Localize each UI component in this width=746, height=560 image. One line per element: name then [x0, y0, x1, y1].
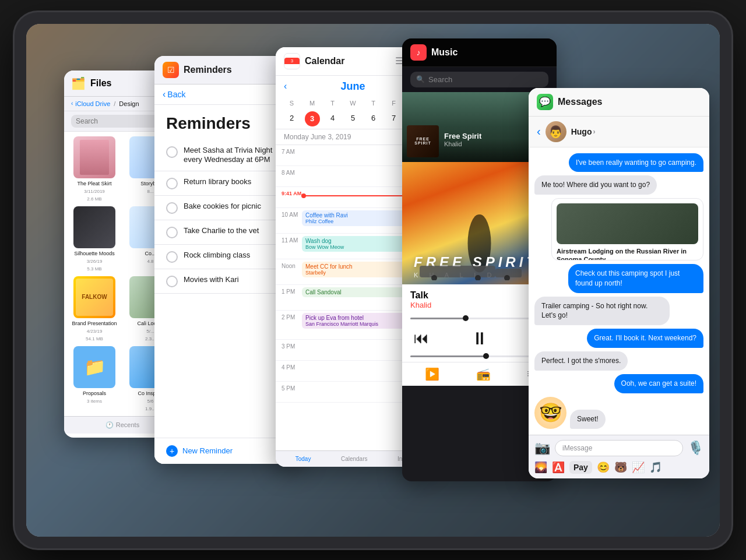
reminder-checkbox[interactable] [166, 178, 178, 189]
file-item[interactable]: Silhouette Moods 3/26/19 5.3 MB [69, 206, 120, 272]
recents-icon: 🕐 [105, 421, 114, 429]
file-thumbnail: 📁 [73, 346, 115, 388]
calendar-tab-calendars[interactable]: Calendars [341, 456, 368, 462]
file-meta: 8... [147, 189, 153, 194]
messages-app-icon: 💬 [537, 94, 553, 110]
calendar-date[interactable]: 7 [383, 111, 404, 126]
files-app-title: Files [90, 78, 111, 89]
music-header: ♪ Music [402, 38, 557, 67]
ipad-screen: 🗂️ Files ‹ iCloud Drive / Design [26, 24, 720, 537]
messages-contact-header: ‹ 👨 Hugo › [529, 117, 709, 147]
calendar-tab-today[interactable]: Today [295, 456, 311, 462]
file-meta: 3/26/19 [87, 259, 103, 264]
file-size: 5.3 MB [87, 266, 101, 272]
music-mini-track-artist: Khalid [444, 140, 481, 147]
reminder-text: Movies with Kari [184, 275, 239, 285]
music-app-title: Music [431, 47, 458, 58]
music-volume-thumb [483, 353, 489, 359]
reminders-app-title: Reminders [184, 65, 232, 75]
music-progress-thumb [463, 315, 469, 321]
reminder-checkbox[interactable] [166, 251, 178, 263]
trending-button[interactable]: 📈 [632, 461, 645, 474]
file-meta: 3/11/2019 [84, 189, 105, 194]
message-bubble-sent-3: Great. I'll book it. Next weekend? [587, 329, 703, 348]
ipad-frame: 🗂️ Files ‹ iCloud Drive / Design [15, 12, 731, 548]
calendar-prev-month[interactable]: ‹ [284, 81, 287, 91]
music-mini-album: FREESPIRIT [407, 125, 439, 157]
album-van-image [414, 257, 530, 281]
music-messages-button[interactable]: 🎵 [649, 461, 662, 474]
file-name: The Pleat Skirt [77, 181, 111, 186]
music-track-name: Talk [410, 290, 431, 301]
calendar-date[interactable]: 5 [343, 111, 363, 126]
music-volume-bar[interactable] [410, 355, 548, 357]
file-item[interactable]: The Pleat Skirt 3/11/2019 2.6 MB [69, 136, 120, 202]
message-bubble-sent-1: I've been really wanting to go camping. [569, 153, 703, 172]
music-tab-nowplaying[interactable]: ▶️ [425, 367, 439, 381]
file-item[interactable]: FALKOW Brand Presentation 4/23/19 54.1 M… [69, 276, 120, 341]
messages-input-row: 📷 iMessage 🎙️ [534, 440, 703, 456]
music-mini-track-name: Free Spirit [444, 132, 481, 140]
file-meta: 4.8 [147, 259, 153, 264]
file-meta: 5/... [146, 329, 154, 334]
messages-input-bar: 📷 iMessage 🎙️ 🌄 🅰️ Pay 😊 🐻 📈 🎵 [529, 435, 709, 478]
current-time-dot [301, 193, 306, 198]
reminder-checkbox[interactable] [166, 202, 178, 214]
photos-app-button[interactable]: 🌄 [534, 461, 547, 474]
file-meta: 4/23/19 [87, 329, 103, 334]
new-reminder-button[interactable]: New Reminder [182, 446, 233, 455]
music-track-artist: Khalid [410, 301, 431, 309]
messages-apps-row: 🌄 🅰️ Pay 😊 🐻 📈 🎵 [534, 461, 703, 474]
messages-input-field[interactable]: iMessage [555, 440, 683, 456]
reminder-text: Bake cookies for picnic [184, 202, 261, 212]
reminder-checkbox[interactable] [166, 276, 178, 287]
appstore-app-button[interactable]: 🅰️ [552, 461, 565, 474]
calendar-date-today[interactable]: 3 [302, 111, 322, 126]
file-item[interactable]: 📁 Proposals 3 items [69, 346, 120, 411]
music-track-details: Talk Khalid [410, 290, 431, 309]
microphone-input-icon[interactable]: 🎙️ [688, 441, 703, 456]
memoji-button[interactable]: 😊 [597, 461, 610, 474]
messages-app-card[interactable]: 💬 Messages ‹ 👨 Hugo › I've been really w… [529, 88, 709, 478]
messages-contact-name: Hugo › [571, 127, 596, 136]
messages-avatar: 👨 [546, 121, 566, 142]
music-pause-button[interactable]: ⏸ [471, 329, 488, 348]
memoji-sticker: 🤓 [534, 397, 566, 429]
files-icon: 🗂️ [71, 76, 86, 90]
camera-input-icon[interactable]: 📷 [534, 441, 550, 456]
calendar-date[interactable]: 4 [322, 111, 343, 126]
message-bubble-sweet: Sweet! [570, 410, 606, 429]
message-bubble-sent-2: Check out this camping spot I just found… [568, 264, 703, 293]
reminder-text: Rock climbing class [184, 251, 250, 260]
file-thumbnail: FALKOW [73, 276, 115, 318]
messages-header: 💬 Messages [529, 88, 709, 117]
music-tab-radio[interactable]: 📻 [476, 367, 491, 381]
calendar-date[interactable]: 6 [363, 111, 383, 126]
new-reminder-plus-icon[interactable]: + [166, 445, 178, 457]
animoji-button[interactable]: 🐻 [614, 461, 627, 474]
svg-rect-0 [420, 266, 495, 277]
reminder-checkbox[interactable] [166, 146, 178, 158]
applepay-button[interactable]: Pay [569, 461, 592, 474]
calendar-app-icon: 3 [284, 53, 300, 69]
file-name: Proposals [83, 390, 106, 396]
reminder-text: Return library books [184, 177, 251, 187]
music-progress-fill [410, 318, 466, 319]
file-meta: 5/6 [147, 399, 153, 404]
messages-app-title: Messages [558, 97, 603, 107]
reminder-checkbox[interactable] [166, 227, 178, 238]
music-progress-bar[interactable] [410, 318, 548, 319]
music-app-icon: ♪ [410, 44, 427, 61]
file-name: Brand Presentation [72, 320, 117, 326]
music-search-icon: 🔍 [416, 75, 425, 83]
file-name: Silhouette Moods [74, 251, 115, 256]
music-rewind-button[interactable]: ⏮ [414, 329, 429, 347]
messages-back-button[interactable]: ‹ [537, 125, 541, 138]
message-memoji-row: 🤓 Sweet! [534, 397, 703, 429]
link-preview-title: Airstream Lodging on the Russian River i… [557, 247, 698, 260]
music-volume-fill [410, 355, 486, 357]
reminders-title: Reminders [166, 114, 291, 133]
calendar-app-title: Calendar [305, 56, 344, 66]
music-search-bar[interactable]: 🔍 Search [410, 72, 548, 87]
calendar-date[interactable]: 2 [281, 111, 302, 126]
